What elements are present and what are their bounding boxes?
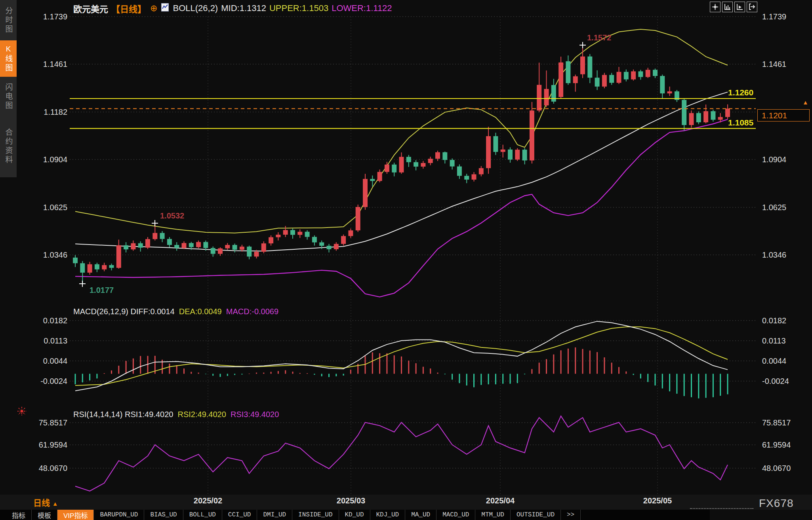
exit-chart-icon[interactable] (747, 2, 757, 12)
macd-hist-bar (227, 374, 228, 376)
tab-kd-ud[interactable]: KD_UD (339, 510, 370, 520)
candle-body (233, 245, 237, 250)
sidebar-item-timeline-chart[interactable]: 分时图 (0, 2, 17, 39)
macd-hist-bar (220, 374, 221, 377)
candle-body (515, 150, 520, 159)
candle-body (421, 163, 425, 167)
candle-body (566, 61, 570, 83)
tab-outside-ud[interactable]: OUTSIDE_UD (511, 510, 561, 520)
tab-boll-ud[interactable]: BOLL_UD (183, 510, 222, 520)
macd-hist-bar (256, 373, 257, 374)
axis-scale-icon[interactable] (722, 2, 733, 12)
macd-hist-bar (546, 359, 547, 374)
macd-hist-bar (618, 367, 619, 374)
sidebar-item-candlestick-chart[interactable]: K线图 (0, 40, 17, 77)
tab-indicators[interactable]: 指标 (0, 510, 32, 520)
candle-body (595, 78, 600, 86)
axis-tick-label: 1.0904 (762, 155, 812, 164)
candle-body (508, 150, 513, 159)
macd-hist-bar (394, 355, 395, 374)
macd-hist-bar (350, 370, 351, 374)
candle-body (203, 242, 208, 248)
tab-cci-ud[interactable]: CCI_UD (222, 510, 257, 520)
tab-templates[interactable]: 模板 (32, 510, 57, 520)
candle-body (312, 237, 317, 243)
tab-bias-ud[interactable]: BIAS_UD (144, 510, 183, 520)
candle-body (269, 237, 273, 243)
candle-body (464, 176, 469, 180)
macd-hist-bar (104, 373, 105, 374)
sidebar-item-contract-info[interactable]: 合约资料 (0, 122, 17, 171)
line-chart-icon[interactable] (161, 3, 169, 14)
rsi1-label: RSI1:49.4020 (125, 410, 173, 419)
candle-body (617, 72, 621, 83)
candle-body (537, 85, 541, 110)
macd-hist-bar (191, 372, 192, 374)
candle-body (551, 85, 556, 102)
axis-tick-label: 0.0182 (16, 316, 67, 325)
tab-kdj-ud[interactable]: KDJ_UD (370, 510, 406, 520)
price-annotation: 1.0532 (160, 211, 184, 220)
macd-hist-bar (408, 361, 409, 374)
pan-crosshair-icon[interactable] (710, 2, 721, 12)
macd-hist-bar (379, 353, 380, 374)
axis-tick-label: 61.9594 (762, 440, 812, 450)
tab-barupdn-ud[interactable]: BARUPDN_UD (94, 510, 144, 520)
candle-body (145, 239, 150, 248)
candle-body (428, 159, 433, 163)
period-selector[interactable]: 日线 ▲ (33, 496, 58, 508)
x-tick-2025-05: 2025/05 (630, 496, 685, 505)
support-level-label: 1.1085 (728, 118, 753, 127)
circle-plus-icon[interactable]: ⊕ (150, 3, 157, 13)
macd-hist-bar (589, 351, 591, 374)
macd-hist-bar (292, 372, 294, 374)
macd-hist-bar (335, 374, 337, 376)
tab-more[interactable]: >> (561, 510, 581, 520)
macd-hist-bar (669, 374, 670, 391)
axis-tick-label: 1.1461 (762, 59, 812, 69)
macd-hist-bar (205, 374, 206, 374)
axis-tick-label: 1.0625 (16, 203, 67, 212)
candle-body (225, 245, 230, 249)
candle-body (341, 236, 346, 244)
red-beacon-icon[interactable] (17, 406, 27, 418)
tab-macd-ud[interactable]: MACD_UD (436, 510, 475, 520)
macd-hist-bar (640, 374, 641, 379)
macd-hist-bar (249, 374, 250, 374)
rsi3-label: RSI3:49.4020 (231, 410, 279, 419)
macd-hist-bar (531, 369, 532, 374)
candle-body (247, 247, 252, 256)
candle-body (718, 117, 723, 120)
macd-hist-bar (676, 374, 677, 394)
tab-inside-ud[interactable]: INSIDE_UD (292, 510, 339, 520)
candle-body (725, 108, 730, 117)
macd-hist-bar (234, 374, 235, 375)
candle-body (638, 71, 643, 77)
macd-hist-bar (401, 357, 402, 374)
candle-body (319, 242, 324, 246)
candle-body (109, 265, 114, 268)
candle-body (261, 243, 266, 252)
macd-hist-bar (633, 374, 634, 375)
chart-canvas[interactable] (0, 0, 812, 520)
tab-dmi-ud[interactable]: DMI_UD (257, 510, 292, 520)
macd-hist-bar (198, 373, 199, 374)
macd-hist-bar (285, 370, 286, 374)
axis-tick-label: 75.8517 (16, 418, 67, 427)
candle-body (167, 239, 172, 245)
tab-mtm-ud[interactable]: MTM_UD (475, 510, 511, 520)
playback-icon[interactable] (734, 2, 745, 12)
axis-tick-label: 48.0670 (16, 463, 67, 473)
rsi2-label: RSI2:49.4020 (178, 410, 226, 419)
sidebar-item-flash-chart[interactable]: 闪电图 (0, 78, 17, 115)
candle-body (399, 157, 404, 172)
candle-body (356, 207, 360, 230)
macd-hist-bar (183, 368, 185, 374)
candle-body (283, 230, 288, 235)
axis-tick-label: 1.0346 (762, 250, 812, 260)
macd-hist-bar (372, 352, 373, 374)
x-tick-2025-02: 2025/02 (180, 496, 236, 505)
tab-ma-ud[interactable]: MA_UD (405, 510, 436, 520)
macd-hist-bar (430, 368, 431, 374)
tab-vip-indicators[interactable]: VIP指标 (57, 510, 94, 520)
